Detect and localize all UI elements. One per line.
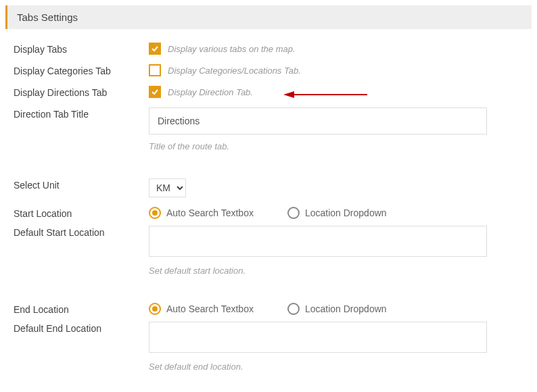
help-default-start: Set default start location. [149, 266, 523, 276]
label-display-directions: Display Directions Tab [14, 86, 149, 98]
label-default-end: Default End Location [14, 322, 149, 334]
settings-form: Display Tabs Display various tabs on the… [0, 29, 537, 388]
label-end-location: End Location [14, 303, 149, 315]
settings-header: Tabs Settings [5, 5, 532, 29]
radio-start-auto[interactable]: Auto Search Textbox [149, 207, 254, 219]
label-direction-tab-title: Direction Tab Title [14, 107, 149, 120]
radio-unselected-icon [287, 207, 300, 219]
select-unit[interactable]: KM [149, 179, 185, 197]
row-select-unit: Select Unit KM [14, 178, 523, 197]
input-default-start[interactable] [149, 226, 487, 257]
hint-display-tabs: Display various tabs on the map. [168, 44, 296, 54]
radio-selected-icon [149, 303, 161, 315]
hint-display-categories: Display Categories/Locations Tab. [168, 66, 301, 76]
row-end-location: End Location Auto Search Textbox Locatio… [14, 303, 523, 315]
checkbox-display-directions[interactable] [149, 86, 161, 98]
radio-label-end-auto: Auto Search Textbox [166, 303, 254, 314]
checkbox-display-categories[interactable] [149, 64, 161, 76]
radio-end-dropdown[interactable]: Location Dropdown [287, 303, 387, 315]
input-default-end[interactable] [149, 322, 487, 353]
check-icon [151, 45, 159, 53]
settings-title: Tabs Settings [17, 11, 522, 23]
help-direction-tab-title: Title of the route tab. [149, 141, 523, 151]
input-direction-tab-title[interactable] [149, 107, 487, 134]
row-display-tabs: Display Tabs Display various tabs on the… [14, 43, 523, 55]
hint-display-directions: Display Direction Tab. [168, 87, 253, 97]
help-default-end: Set default end location. [149, 362, 523, 372]
radio-label-end-dropdown: Location Dropdown [305, 303, 387, 314]
row-direction-tab-title: Direction Tab Title Title of the route t… [14, 107, 523, 151]
radio-label-start-auto: Auto Search Textbox [166, 207, 254, 218]
row-default-start: Default Start Location Set default start… [14, 226, 523, 276]
radio-label-start-dropdown: Location Dropdown [305, 207, 387, 218]
row-display-categories: Display Categories Tab Display Categorie… [14, 64, 523, 76]
label-select-unit: Select Unit [14, 178, 149, 191]
radio-unselected-icon [287, 303, 300, 315]
row-display-directions: Display Directions Tab Display Direction… [14, 86, 523, 98]
row-start-location: Start Location Auto Search Textbox Locat… [14, 207, 523, 219]
label-default-start: Default Start Location [14, 226, 149, 238]
checkbox-display-tabs[interactable] [149, 43, 161, 55]
check-icon [151, 88, 159, 96]
radio-end-auto[interactable]: Auto Search Textbox [149, 303, 254, 315]
radio-start-dropdown[interactable]: Location Dropdown [287, 207, 387, 219]
label-display-tabs: Display Tabs [14, 43, 149, 55]
radio-selected-icon [149, 207, 161, 219]
label-display-categories: Display Categories Tab [14, 64, 149, 76]
label-start-location: Start Location [14, 207, 149, 219]
row-default-end: Default End Location Set default end loc… [14, 322, 523, 372]
